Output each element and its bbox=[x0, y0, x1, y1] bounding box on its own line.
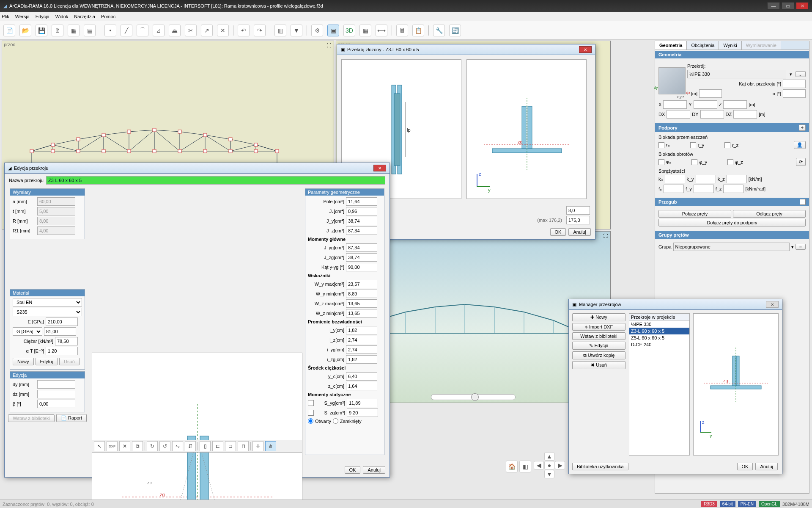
mgr-nowy-button[interactable]: ✚ Nowy bbox=[572, 313, 625, 321]
dz-input[interactable] bbox=[733, 110, 757, 119]
center-icon[interactable]: ✛ bbox=[252, 441, 263, 451]
menu-plik[interactable]: Plik bbox=[2, 14, 9, 19]
list-item[interactable]: Z5-L 60 x 60 x 5 bbox=[629, 334, 689, 341]
fx-input[interactable] bbox=[664, 185, 684, 193]
jy-input[interactable] bbox=[346, 217, 377, 225]
tab-geometria[interactable]: Geometria bbox=[655, 41, 687, 50]
przekroj-select[interactable] bbox=[687, 70, 786, 78]
katyyg-input[interactable] bbox=[346, 263, 377, 271]
save-icon[interactable]: 💾 bbox=[36, 25, 47, 36]
iz-input[interactable] bbox=[346, 336, 377, 344]
iy-input[interactable] bbox=[346, 326, 377, 334]
y-input[interactable] bbox=[694, 100, 717, 109]
mgr-usun-button[interactable]: ✖ Usuń bbox=[572, 361, 625, 369]
ep-cancel-button[interactable]: Anuluj bbox=[363, 466, 385, 474]
dy-input[interactable] bbox=[700, 110, 724, 119]
dialog-mgr-title[interactable]: ▣ Manager przekrojów ✕ bbox=[569, 299, 782, 310]
arc-icon[interactable]: ⌒ bbox=[137, 25, 148, 36]
mat-edytuj-button[interactable]: Edytuj bbox=[36, 358, 58, 365]
list-item[interactable]: Z3-L 60 x 60 x 5 bbox=[629, 328, 689, 334]
wzmax-input[interactable] bbox=[346, 299, 377, 308]
chevron-down-icon[interactable]: ▾ bbox=[788, 72, 794, 77]
tab-obciazenia[interactable]: Obciążenia bbox=[687, 41, 719, 50]
align1-icon[interactable]: ▯ bbox=[200, 441, 211, 451]
support-icon-button[interactable]: 👤 bbox=[794, 141, 806, 149]
move-icon[interactable]: ↗ bbox=[201, 25, 213, 36]
menu-pomoc[interactable]: Pomoc bbox=[101, 14, 115, 19]
szg-input[interactable] bbox=[347, 409, 378, 417]
align3-icon[interactable]: ⊐ bbox=[225, 441, 236, 451]
check-ry[interactable] bbox=[690, 142, 696, 148]
expand-icon[interactable]: ⛶ bbox=[326, 43, 331, 48]
undo-icon[interactable]: ↶ bbox=[238, 25, 250, 36]
mgr-import-button[interactable]: ⎆ Import DXF bbox=[572, 323, 625, 331]
iyg-input[interactable] bbox=[346, 345, 377, 354]
list-item[interactable]: D-CE 240 bbox=[629, 341, 689, 348]
nav-left-icon[interactable]: ◀ bbox=[534, 461, 544, 469]
check-rz[interactable] bbox=[724, 142, 730, 148]
ky-input[interactable] bbox=[696, 175, 716, 183]
check-syg[interactable] bbox=[308, 400, 314, 406]
refresh-icon[interactable]: 🔄 bbox=[449, 25, 461, 36]
raport-button[interactable]: 📄 Raport bbox=[56, 414, 87, 422]
menu-wersja[interactable]: Wersja bbox=[15, 14, 30, 19]
calc2-icon[interactable]: 🖩 bbox=[396, 25, 408, 36]
pole-input[interactable] bbox=[346, 197, 377, 206]
zc-input[interactable] bbox=[346, 382, 377, 390]
menu-narzedzia[interactable]: Narzędzia bbox=[74, 14, 95, 19]
lg-input[interactable] bbox=[566, 206, 590, 215]
menu-widok[interactable]: Widok bbox=[55, 14, 69, 19]
cube-icon[interactable]: ◧ bbox=[519, 461, 531, 472]
dx-input[interactable] bbox=[667, 110, 690, 119]
jyg-input[interactable] bbox=[346, 243, 377, 252]
przegub-toggle[interactable] bbox=[800, 199, 806, 205]
list-item[interactable]: ½IPE 330 bbox=[629, 321, 689, 328]
check-phix[interactable] bbox=[658, 159, 664, 165]
copy-tool-icon[interactable]: ⧉ bbox=[132, 441, 143, 451]
G-select[interactable]: G [GPa] bbox=[13, 327, 42, 336]
dialog-mgr-close-button[interactable]: ✕ bbox=[766, 301, 779, 308]
chevron-down-icon[interactable]: ▾ bbox=[791, 244, 794, 250]
new-icon[interactable]: 📄 bbox=[3, 25, 15, 36]
menu-edycja[interactable]: Edycja bbox=[36, 14, 49, 19]
podpory-pick-button[interactable]: ⌖ bbox=[799, 124, 806, 131]
minimize-button[interactable]: — bbox=[767, 2, 780, 10]
expand-3d-icon[interactable]: ⛶ bbox=[603, 233, 608, 238]
dxf-tool-icon[interactable]: DXF bbox=[107, 441, 118, 451]
check-phiy[interactable] bbox=[691, 159, 697, 165]
alphaT-input[interactable] bbox=[46, 347, 78, 355]
radio-zamkniety[interactable] bbox=[333, 418, 338, 424]
report-icon[interactable]: 📋 bbox=[412, 25, 424, 36]
z-input[interactable] bbox=[723, 100, 747, 109]
polacz-button[interactable]: Połącz pręty bbox=[658, 210, 731, 218]
dolacz-button[interactable]: Dołącz pręty do podpory bbox=[658, 219, 806, 226]
syg-input[interactable] bbox=[347, 399, 378, 407]
align2-icon[interactable]: ⊏ bbox=[212, 441, 223, 451]
mirror-h-icon[interactable]: ⇋ bbox=[172, 441, 183, 451]
arrow-tool-icon[interactable]: ↖ bbox=[94, 441, 105, 451]
material-group-select[interactable]: Stal EN bbox=[13, 298, 82, 306]
radio-otwarty[interactable] bbox=[308, 418, 313, 424]
node-icon[interactable]: • bbox=[104, 25, 116, 36]
kx-input[interactable] bbox=[665, 175, 685, 183]
pz-ok-button[interactable]: OK bbox=[550, 228, 566, 236]
dim-icon[interactable]: ⟷ bbox=[376, 25, 387, 36]
alpha-input[interactable] bbox=[783, 89, 806, 98]
check-rx[interactable] bbox=[658, 142, 664, 148]
x-input[interactable] bbox=[663, 100, 687, 109]
jz-input[interactable] bbox=[346, 226, 377, 235]
delete-icon[interactable]: ✕ bbox=[217, 25, 229, 36]
nav-right-icon[interactable]: ▶ bbox=[555, 461, 565, 469]
ep-ok-button[interactable]: OK bbox=[345, 466, 361, 474]
del-tool-icon[interactable]: ✕ bbox=[119, 441, 130, 451]
jx-input[interactable] bbox=[346, 207, 377, 215]
mgr-list[interactable]: Przekroje w projekcie ½IPE 330 Z3-L 60 x… bbox=[629, 313, 690, 456]
edy-beta-input[interactable] bbox=[37, 400, 75, 408]
jzg-input[interactable] bbox=[346, 253, 377, 262]
grupa-select[interactable] bbox=[673, 243, 790, 251]
edy-dy-input[interactable] bbox=[37, 380, 75, 389]
model-icon[interactable]: ▥ bbox=[274, 25, 286, 36]
odlacz-button[interactable]: Odłącz pręty bbox=[733, 210, 806, 218]
nav-up-icon[interactable]: ▲ bbox=[544, 452, 554, 461]
edy-dz-input[interactable] bbox=[37, 390, 75, 398]
